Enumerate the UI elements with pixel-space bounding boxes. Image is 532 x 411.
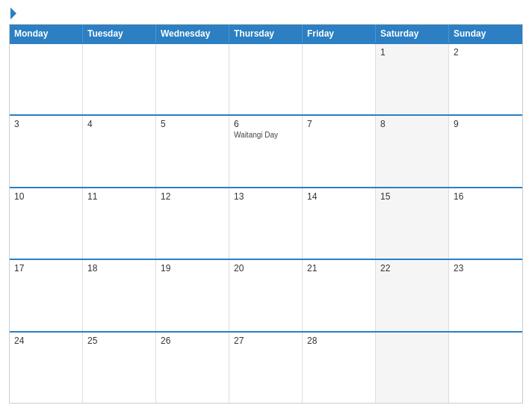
day-number: 5: [161, 119, 224, 129]
day-number: 10: [14, 191, 78, 202]
calendar-cell: 26: [156, 333, 229, 403]
header-day-friday: Friday: [303, 25, 376, 43]
calendar-week-1: 12: [10, 43, 522, 114]
header: [9, 7, 523, 19]
header-day-monday: Monday: [10, 25, 83, 43]
calendar-cell: 14: [303, 188, 376, 259]
day-number: 26: [161, 336, 224, 346]
day-number: 6: [234, 119, 297, 129]
day-number: 28: [307, 336, 371, 346]
day-number: 20: [234, 263, 297, 274]
header-day-wednesday: Wednesday: [156, 25, 229, 43]
calendar-cell: 28: [303, 333, 376, 403]
calendar-cell: 8: [376, 116, 449, 186]
day-number: 21: [307, 263, 371, 274]
calendar-cell: 19: [156, 260, 229, 330]
day-number: 9: [454, 119, 518, 129]
calendar-cell: [229, 44, 303, 114]
calendar-cell: 21: [303, 260, 376, 330]
calendar-cell: [10, 44, 83, 114]
calendar-cell: 4: [83, 116, 156, 186]
calendar-cell: 2: [449, 44, 522, 114]
day-number: 13: [234, 191, 297, 202]
calendar-cell: 16: [449, 188, 522, 259]
calendar-cell: 10: [10, 188, 83, 259]
calendar-cell: 13: [229, 188, 303, 259]
day-number: 22: [380, 263, 444, 274]
day-number: 8: [380, 119, 444, 129]
calendar-cell: 20: [229, 260, 303, 330]
calendar-cell: 24: [10, 333, 83, 403]
day-number: 17: [14, 263, 78, 274]
calendar-event: Waitangi Day: [234, 131, 297, 139]
calendar-cell: [376, 333, 449, 403]
calendar-cell: [449, 333, 522, 403]
day-number: 14: [307, 191, 371, 202]
header-day-tuesday: Tuesday: [83, 25, 156, 43]
calendar-cell: 17: [10, 260, 83, 330]
day-number: 7: [307, 119, 371, 129]
header-day-saturday: Saturday: [376, 25, 449, 43]
logo: [9, 7, 16, 19]
calendar-cell: 18: [83, 260, 156, 330]
calendar-week-4: 17181920212223: [10, 259, 522, 330]
calendar-cell: [156, 44, 229, 114]
day-number: 11: [87, 191, 151, 202]
day-number: 3: [14, 119, 78, 129]
day-number: 18: [87, 263, 151, 274]
calendar-grid: MondayTuesdayWednesdayThursdayFridaySatu…: [9, 24, 523, 404]
calendar-cell: 22: [376, 260, 449, 330]
day-number: 23: [454, 263, 518, 274]
day-number: 1: [380, 47, 444, 58]
day-number: 2: [454, 47, 518, 58]
day-number: 4: [87, 119, 151, 129]
calendar-cell: 11: [83, 188, 156, 259]
day-number: 12: [161, 191, 224, 202]
calendar-cell: 7: [303, 116, 376, 186]
calendar-cell: 25: [83, 333, 156, 403]
calendar-week-3: 10111213141516: [10, 187, 522, 259]
day-number: 16: [454, 191, 518, 202]
calendar-header: MondayTuesdayWednesdayThursdayFridaySatu…: [10, 25, 522, 43]
calendar-body: 123456Waitangi Day7891011121314151617181…: [10, 43, 522, 403]
calendar-cell: 27: [229, 333, 303, 403]
logo-triangle-icon: [10, 7, 16, 19]
header-day-thursday: Thursday: [229, 25, 303, 43]
calendar-cell: [83, 44, 156, 114]
calendar-cell: 3: [10, 116, 83, 186]
day-number: 25: [87, 336, 151, 346]
calendar-cell: 6Waitangi Day: [229, 116, 303, 186]
calendar-cell: 15: [376, 188, 449, 259]
calendar-cell: 23: [449, 260, 522, 330]
day-number: 15: [380, 191, 444, 202]
header-day-sunday: Sunday: [449, 25, 522, 43]
calendar-cell: 9: [449, 116, 522, 186]
calendar-cell: 1: [376, 44, 449, 114]
calendar-week-2: 3456Waitangi Day789: [10, 114, 522, 186]
calendar-week-5: 2425262728: [10, 331, 522, 403]
calendar-page: MondayTuesdayWednesdayThursdayFridaySatu…: [0, 0, 532, 411]
calendar-cell: 5: [156, 116, 229, 186]
calendar-cell: 12: [156, 188, 229, 259]
day-number: 27: [234, 336, 297, 346]
day-number: 24: [14, 336, 78, 346]
calendar-cell: [303, 44, 376, 114]
day-number: 19: [161, 263, 224, 274]
